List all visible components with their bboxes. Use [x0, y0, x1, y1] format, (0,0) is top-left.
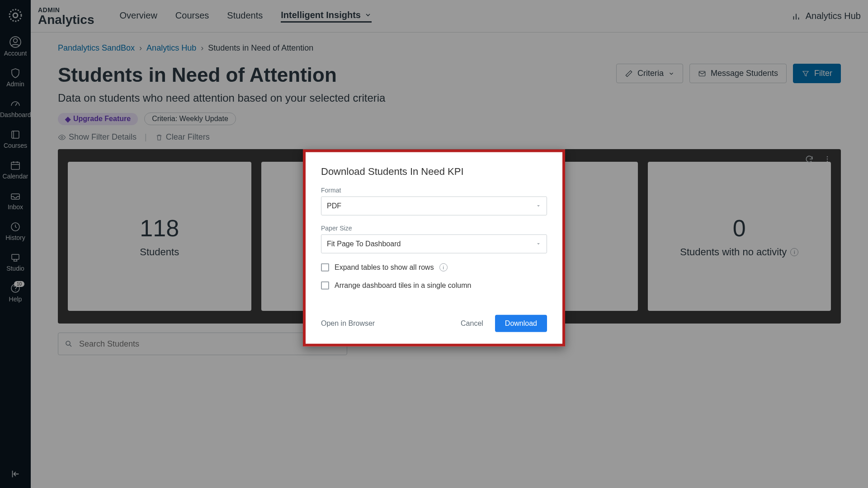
info-icon[interactable]: i	[439, 263, 448, 272]
modal-body: Download Students In Need KPI Format PDF…	[307, 154, 561, 342]
paper-size-label: Paper Size	[321, 225, 547, 232]
arrange-tiles-checkbox[interactable]: Arrange dashboard tiles in a single colu…	[321, 282, 547, 290]
checkbox-label: Arrange dashboard tiles in a single colu…	[335, 282, 471, 290]
caret-down-icon	[536, 241, 541, 247]
paper-size-select[interactable]: Fit Page To Dashboard	[321, 235, 547, 253]
paper-size-value: Fit Page To Dashboard	[327, 240, 401, 248]
checkbox-icon	[321, 282, 329, 290]
modal-actions: Open in Browser Cancel Download	[321, 315, 547, 332]
checkbox-label: Expand tables to show all rows	[335, 263, 434, 272]
cancel-button[interactable]: Cancel	[461, 319, 483, 328]
download-button[interactable]: Download	[495, 315, 547, 332]
modal-highlight-border: Download Students In Need KPI Format PDF…	[303, 150, 565, 347]
format-value: PDF	[327, 202, 341, 210]
open-in-browser-link[interactable]: Open in Browser	[321, 319, 375, 328]
caret-down-icon	[536, 203, 541, 209]
format-label: Format	[321, 187, 547, 194]
modal-title: Download Students In Need KPI	[321, 166, 547, 178]
format-select[interactable]: PDF	[321, 197, 547, 216]
checkbox-icon	[321, 263, 329, 272]
download-modal: Download Students In Need KPI Format PDF…	[303, 150, 565, 347]
expand-tables-checkbox[interactable]: Expand tables to show all rows i	[321, 263, 547, 272]
